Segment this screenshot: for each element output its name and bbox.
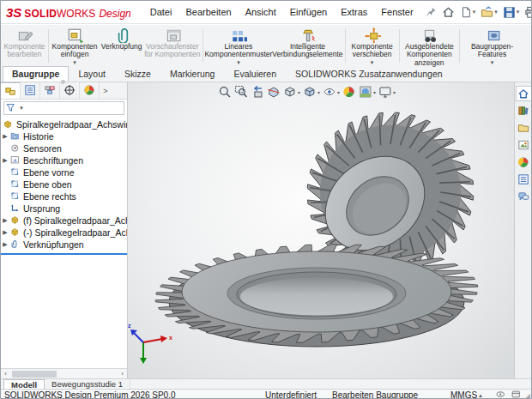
dropdown-caret-icon[interactable]: ▾ [393,89,396,95]
rollback-bar[interactable] [1,253,127,255]
panel-tab-dimxpertmanager[interactable] [60,82,80,99]
filter-funnel-icon [6,103,17,114]
view-palette-button[interactable] [516,137,532,153]
ribbon-button-lineares-komponentenmuster[interactable]: Lineares Komponentenmuster▾ [204,26,272,66]
panel-tab-propertymanager[interactable] [21,82,40,99]
menu-item-extras[interactable]: Extras [334,3,374,21]
tag-icon[interactable] [495,390,507,399]
expand-arrow-icon[interactable]: ▶ [1,241,9,248]
dropdown-caret-icon[interactable]: ▾ [317,89,320,95]
save-button[interactable]: ▾ [500,4,523,21]
apply-scene-button[interactable]: ▾ [359,85,376,99]
zoom-to-area-button[interactable] [234,85,248,99]
mates [10,239,21,251]
expand-arrow-icon[interactable]: ▶ [1,229,9,236]
tree-horizontal-scrollbar[interactable]: ‹ › [1,368,127,378]
dropdown-caret-icon[interactable]: ▾ [517,9,520,15]
view-settings-button[interactable]: ▾ [378,85,396,99]
previous-view-button[interactable] [251,85,264,99]
menu-item-bearbeiten[interactable]: Bearbeiten [178,3,238,21]
panel-tab-featuremanager-tree[interactable] [1,82,21,99]
appearances-button[interactable] [516,154,532,170]
ribbon-button-komponenten-einfügen[interactable]: Komponenten einfügen▾ [51,26,99,66]
model-tab-bewegungsstudie-1[interactable]: Bewegungsstudie 1 [45,379,130,389]
new-document-button[interactable]: ▾ [457,4,479,21]
panel-resize-dot[interactable] [61,80,65,84]
panel-tab-configurationmanager[interactable] [40,82,60,99]
resize-grip[interactable]: ◢ [525,392,530,399]
open-button[interactable]: ▾ [478,4,500,21]
scroll-right-icon[interactable]: › [118,370,127,378]
tab-skizze[interactable]: Skizze [115,66,160,82]
move-component-icon [364,27,381,43]
pin-button[interactable] [424,4,439,20]
expand-arrow-icon[interactable]: ▶ [1,217,9,224]
section-view-button[interactable] [267,85,281,99]
tree-item-plane[interactable]: Ebene oben [1,178,127,190]
tab-markierung[interactable]: Markierung [160,66,225,82]
dropdown-caret-icon[interactable]: ▾ [491,59,494,67]
tab-layout[interactable]: Layout [69,66,115,82]
unit-system-selector[interactable]: MMGS [450,390,477,399]
ribbon-button-intelligente-verbindungselemente[interactable]: Intelligente Verbindungselemente [272,26,342,66]
zoom-to-fit-button[interactable] [218,85,232,99]
dropdown-caret-icon[interactable]: ▾ [373,89,376,95]
menu-item-datei[interactable]: Datei [143,3,179,21]
hide-show-items-button[interactable]: ▾ [323,85,340,99]
tree-item-sensors[interactable]: Sensoren [1,142,127,154]
tree-item-history[interactable]: ▶Historie [1,130,127,142]
unit-system-caret-icon[interactable]: ▲ [478,393,483,398]
tree-item-plane[interactable]: Ebene vorne [1,166,127,178]
dropdown-caret-icon[interactable]: ▾ [494,9,498,15]
menu-item-ansicht[interactable]: Ansicht [239,3,283,21]
dropdown-caret-icon[interactable]: ▾ [473,9,476,15]
assembly [3,119,15,130]
ribbon-button-komponente-verschieben[interactable]: Komponente verschieben▾ [347,26,396,66]
model-tab-modell[interactable]: Modell [3,379,45,389]
tab-solidworks-zusatzanwendungen[interactable]: SOLIDWORKS Zusatzanwendungen [286,66,452,82]
expand-arrow-icon[interactable]: ▶ [1,133,9,140]
ribbon-button-ausgeblendete-komponenten-anzeigen[interactable]: Ausgeblendete Komponenten anzeigen [402,26,458,66]
ribbon-button-label: Vorschaufenster für Komponenten [144,43,201,59]
ribbon-button-baugruppen-features[interactable]: Baugruppen-Features▾ [462,26,523,66]
edit-appearance-button[interactable] [342,85,356,99]
resources-home-button[interactable] [516,86,532,101]
scrollbar-track[interactable] [10,369,118,378]
file-explorer-button[interactable] [516,120,532,136]
print-button[interactable]: ▾ [522,4,532,21]
home-button[interactable] [439,4,457,21]
tree-item-annotations[interactable]: ▶ABeschriftungen [1,154,127,166]
tree-filter[interactable]: ▼ [3,101,124,115]
tree-item-origin[interactable]: Ursprung [1,203,127,215]
tree-item-label: Historie [23,131,54,142]
graphics-viewport[interactable]: ▾▾▾▾▾ xz [128,82,514,378]
dropdown-caret-icon[interactable]: ▾ [337,89,340,95]
panel-tab-displaymanager[interactable] [80,82,100,99]
display-style-button[interactable]: ▾ [303,85,320,99]
tree-item-assembly[interactable]: Spiralkegelradpaar_Achswinkel_120_25 [1,118,127,130]
tree-item-label: Beschriftungen [23,155,83,166]
view-orientation-button[interactable]: ▾ [283,85,300,99]
design-library-button[interactable] [516,103,532,118]
menu-item-fenster[interactable]: Fenster [374,3,420,21]
ribbon-button-verknüpfung[interactable]: Verknüpfung [99,26,144,66]
tab-baugruppe[interactable]: Baugruppe [3,66,69,82]
filter-caret-icon[interactable]: ▼ [19,106,24,111]
tab-evaluieren[interactable]: Evaluieren [224,66,286,82]
tree-item-plane[interactable]: Ebene rechts [1,190,127,203]
forum-button[interactable] [516,189,532,204]
panel-tabs-expand-icon[interactable]: > [100,82,112,99]
ribbon-button-label: Lineares Komponentenmuster [204,43,272,59]
scrollbar-thumb[interactable] [12,371,57,378]
expand-arrow-icon[interactable]: ▶ [1,157,9,164]
tree-item-label: Ebene vorne [23,167,75,178]
tree-item-part[interactable]: ▶(f) Spiralkegelradpaar_Achswinkel [1,215,127,227]
gear-assembly-model[interactable]: xz [128,82,514,378]
custom-properties-button[interactable] [516,172,532,187]
tree-item-part[interactable]: ▶(-) Spiralkegelradpaar_Achswinkel [1,227,127,239]
dropdown-caret-icon[interactable]: ▾ [298,89,300,95]
tree-item-mates[interactable]: ▶Verknüpfungen [1,239,127,251]
status-panel-icon[interactable] [511,390,523,399]
scroll-left-icon[interactable]: ‹ [1,370,10,378]
menu-item-einfügen[interactable]: Einfügen [283,3,334,21]
